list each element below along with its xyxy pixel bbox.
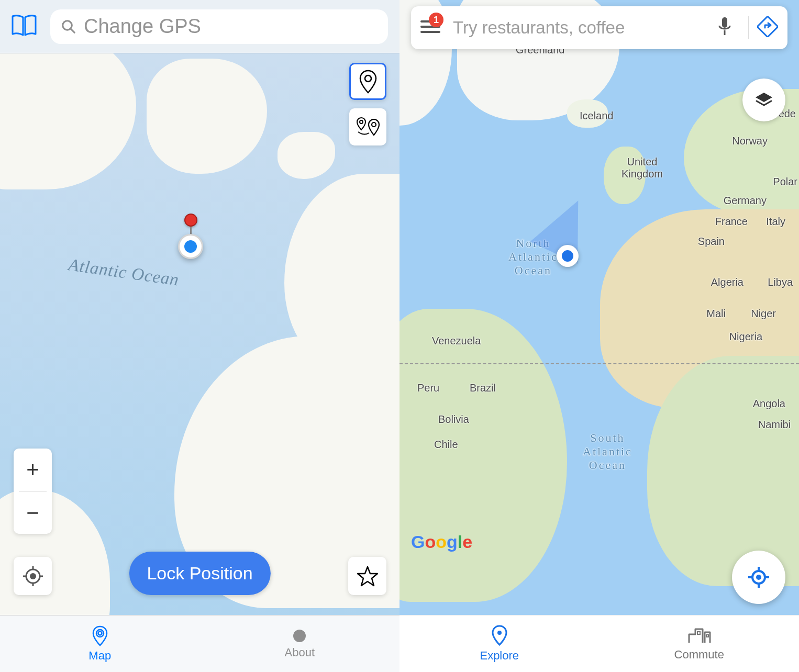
label-bolivia: Bolivia [438, 413, 469, 425]
label-uk: United Kingdom [622, 156, 663, 180]
svg-point-21 [756, 575, 761, 580]
voice-search-button[interactable] [717, 16, 733, 39]
svg-point-12 [98, 632, 102, 635]
svg-rect-17 [722, 17, 727, 28]
my-location-button[interactable] [732, 551, 785, 604]
google-maps-app: Greenland Iceland Swede Norway United Ki… [400, 0, 799, 672]
search-input[interactable]: Try restaurants, coffee [453, 18, 717, 38]
label-germany: Germany [724, 195, 767, 207]
svg-point-11 [96, 630, 104, 637]
star-icon [357, 565, 379, 587]
land-shape [147, 59, 267, 174]
search-field[interactable]: Change GPS [50, 9, 388, 44]
label-peru: Peru [417, 382, 439, 394]
recenter-button[interactable] [14, 557, 52, 595]
tab-label: Commute [674, 648, 724, 662]
land-shape [278, 132, 335, 179]
gps-changer-app: Change GPS Atlantic Ocean + [0, 0, 400, 672]
svg-point-26 [497, 631, 502, 635]
left-tab-bar: Map About [0, 615, 400, 672]
route-pins-icon [354, 116, 382, 138]
explore-pin-icon [490, 625, 509, 646]
tab-label: Explore [480, 649, 519, 663]
svg-line-1 [71, 28, 75, 32]
search-icon [61, 19, 76, 35]
bookmarks-button[interactable] [10, 11, 40, 42]
label-iceland: Iceland [580, 110, 614, 122]
directions-button[interactable] [757, 16, 778, 39]
layers-icon [753, 89, 774, 110]
tab-about[interactable]: About [200, 615, 400, 672]
label-mali: Mali [706, 308, 726, 320]
label-niger: Niger [751, 308, 776, 320]
dot-icon [292, 628, 307, 644]
tab-map[interactable]: Map [0, 615, 200, 672]
svg-point-4 [372, 122, 376, 127]
label-spain: Spain [698, 236, 725, 248]
label-italy: Italy [766, 216, 785, 228]
book-icon [10, 11, 40, 40]
svg-point-13 [293, 630, 306, 642]
commute-icon [687, 626, 711, 645]
google-search-bar: 1 Try restaurants, coffee [411, 6, 787, 49]
svg-point-3 [360, 120, 363, 124]
ocean-label: Atlantic Ocean [67, 255, 180, 289]
land-shape [0, 53, 136, 189]
label-norway: Norway [732, 135, 768, 147]
single-pin-mode-button[interactable] [349, 63, 386, 100]
layers-button[interactable] [742, 79, 785, 121]
label-algeria: Algeria [711, 276, 743, 288]
land-south-america [400, 309, 567, 602]
svg-rect-27 [697, 632, 700, 634]
menu-button[interactable]: 1 [420, 19, 440, 37]
google-logo: Google [411, 532, 472, 552]
pin-icon [358, 70, 378, 94]
label-namibia: Namibi [758, 419, 791, 431]
svg-point-6 [30, 573, 36, 579]
target-icon [747, 565, 771, 589]
favorite-button[interactable] [348, 557, 386, 595]
microphone-icon [717, 16, 733, 37]
label-libya: Libya [768, 276, 793, 288]
label-france: France [715, 216, 748, 228]
svg-rect-28 [706, 635, 708, 637]
label-brazil: Brazil [470, 382, 496, 394]
multi-pin-mode-button[interactable] [349, 108, 386, 145]
zoom-control: + − [14, 449, 52, 534]
current-location-dot[interactable] [557, 245, 579, 267]
directions-icon [757, 16, 778, 37]
label-poland: Polar [773, 176, 797, 188]
google-map-canvas[interactable]: Greenland Iceland Swede Norway United Ki… [400, 0, 799, 615]
zoom-in-button[interactable]: + [14, 449, 52, 491]
tab-explore[interactable]: Explore [400, 615, 600, 672]
location-dot-outer [557, 245, 579, 267]
label-south-atlantic: South Atlantic Ocean [583, 431, 632, 472]
tab-label: Map [88, 649, 111, 663]
search-placeholder: Change GPS [84, 15, 201, 38]
left-header: Change GPS [0, 0, 400, 53]
equator-line [400, 363, 799, 364]
lock-position-button[interactable]: Lock Position [129, 552, 270, 595]
notification-badge: 1 [429, 13, 443, 27]
map-pin-icon [89, 625, 111, 647]
tab-commute[interactable]: Commute [600, 615, 800, 672]
zoom-out-button[interactable]: − [14, 491, 52, 534]
google-bottom-bar: Explore Commute [400, 615, 799, 672]
left-map-canvas[interactable]: Atlantic Ocean + − Lock Position [0, 53, 400, 615]
label-nigeria: Nigeria [729, 331, 762, 343]
tab-label: About [285, 646, 315, 659]
location-dot [178, 234, 203, 259]
label-venezuela: Venezuela [432, 335, 481, 347]
label-angola: Angola [753, 398, 785, 410]
svg-point-2 [365, 75, 371, 82]
divider [748, 16, 749, 39]
pin-head-icon [184, 214, 197, 227]
label-chile: Chile [434, 439, 458, 451]
crosshair-icon [23, 566, 43, 587]
current-location-pin[interactable] [178, 214, 203, 259]
